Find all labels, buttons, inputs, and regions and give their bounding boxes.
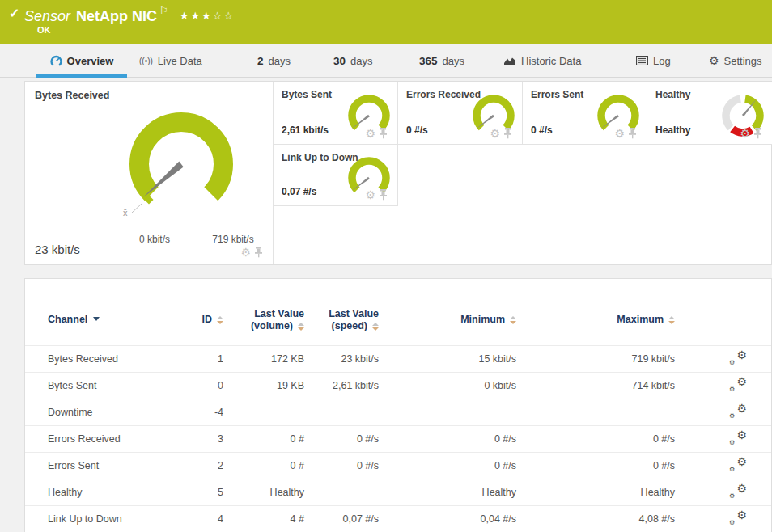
channel-settings-icon[interactable]: ⚙⚙	[729, 484, 747, 498]
log-icon	[636, 56, 648, 65]
sort-icon[interactable]	[510, 316, 516, 324]
channel-settings-icon[interactable]: ⚙⚙	[729, 431, 747, 445]
page-title: NetApp NIC	[76, 8, 157, 24]
pin-icon[interactable]	[254, 247, 263, 258]
pin-icon[interactable]	[628, 128, 637, 139]
table-header-row: Channel ID Last Value (volume) Last Valu…	[25, 279, 772, 345]
priority-stars[interactable]: ★★★☆☆	[180, 10, 235, 22]
gauge-settings-gear-icon[interactable]: ⚙	[614, 128, 625, 139]
channel-name: Bytes Sent	[25, 372, 175, 399]
table-row: Bytes Received 1 172 KB 23 kbit/s 15 kbi…	[25, 345, 772, 372]
minimum-value: Healthy	[379, 479, 516, 505]
maximum-value: 0 #/s	[516, 425, 675, 452]
channel-id: 1	[175, 345, 223, 372]
channel-name: Healthy	[25, 479, 175, 505]
minimum-value: 0 #/s	[379, 425, 516, 452]
pin-icon[interactable]	[379, 128, 388, 139]
channel-settings-icon[interactable]: ⚙⚙	[729, 404, 747, 418]
tab-historic-data[interactable]: Historic Data	[503, 44, 581, 78]
tab-settings[interactable]: ⚙ Settings	[709, 44, 762, 78]
last-value-speed: 0 #/s	[304, 425, 379, 452]
gauge-panel-healthy: Healthy Healthy ⚙	[647, 82, 772, 145]
sort-icon[interactable]	[298, 323, 304, 331]
maximum-value	[516, 399, 675, 425]
col-header-last-value-volume[interactable]: Last Value (volume)	[223, 279, 304, 345]
channel-id: 3	[175, 425, 223, 452]
gauges-panel: Bytes Received x̄ 0 kbit/s 719 kbit/s 23…	[24, 81, 772, 265]
pin-icon[interactable]	[379, 189, 388, 201]
last-value-volume: Healthy	[223, 479, 304, 505]
object-type-label: Sensor	[24, 8, 70, 24]
maximum-value: 0 #/s	[516, 452, 675, 479]
tab-30-days[interactable]: 30 days	[333, 44, 373, 78]
channel-id: -4	[175, 399, 223, 425]
gauge-value: 23 kbit/s	[35, 243, 80, 256]
tab-label: Historic Data	[521, 55, 581, 67]
channel-settings-icon[interactable]: ⚙⚙	[729, 458, 747, 471]
sensor-title-line: SensorNetApp NIC⚐★★★☆☆	[24, 5, 235, 25]
tab-live-data[interactable]: ((•)) Live Data	[139, 44, 202, 78]
maximum-value: 4,08 #/s	[516, 505, 675, 532]
channel-settings-icon[interactable]: ⚙⚙	[729, 511, 747, 525]
sort-desc-icon[interactable]	[93, 317, 100, 321]
last-value-volume: 0 #	[223, 425, 304, 452]
tab-label: days	[269, 55, 291, 67]
channel-name: Downtime	[25, 399, 175, 425]
gauge-settings-gear-icon[interactable]: ⚙	[365, 189, 375, 201]
last-value-volume: 19 KB	[223, 372, 304, 399]
tab-bar: Overview ((•)) Live Data 2 days 30 days …	[0, 44, 772, 78]
channel-name: Errors Sent	[25, 452, 175, 479]
gauge-settings-gear-icon[interactable]: ⚙	[240, 247, 251, 258]
channel-name: Bytes Received	[25, 345, 175, 372]
gauge-value: 0 #/s	[531, 125, 553, 136]
tab-number: 30	[333, 55, 346, 67]
gauge-settings-gear-icon[interactable]: ⚙	[490, 128, 500, 139]
col-header-channel[interactable]: Channel	[25, 279, 175, 345]
maximum-value: 719 kbit/s	[516, 345, 675, 372]
pin-icon[interactable]	[503, 128, 512, 139]
sensor-header: ✓ SensorNetApp NIC⚐★★★☆☆ OK	[0, 0, 772, 44]
live-data-icon: ((•))	[139, 57, 153, 65]
status-badge: OK	[37, 25, 51, 35]
col-header-id[interactable]: ID	[175, 279, 223, 345]
pin-icon[interactable]	[753, 128, 762, 139]
table-row: Errors Sent 2 0 # 0 #/s 0 #/s 0 #/s ⚙⚙	[25, 452, 772, 479]
last-value-volume	[223, 399, 304, 425]
average-marker: x̄	[123, 208, 128, 217]
gauge-value: Healthy	[655, 125, 690, 136]
minimum-value: 15 kbit/s	[379, 345, 516, 372]
channel-id: 0	[175, 372, 223, 399]
col-header-maximum[interactable]: Maximum	[516, 279, 675, 345]
channel-id: 2	[175, 452, 223, 479]
tab-number: 2	[257, 55, 264, 67]
gauge-scale-min: 0 kbit/s	[122, 234, 187, 245]
gauge-settings-gear-icon[interactable]: ⚙	[740, 128, 750, 139]
gauge-panel-errors-sent: Errors Sent 0 #/s ⚙	[523, 82, 647, 145]
sort-icon[interactable]	[217, 316, 223, 324]
gauge-panel-bytes-sent: Bytes Sent 2,61 kbit/s ⚙	[274, 82, 398, 145]
gauge-settings-gear-icon[interactable]: ⚙	[365, 128, 375, 139]
tab-log[interactable]: Log	[636, 44, 671, 78]
last-value-speed	[304, 479, 379, 505]
maximum-value: 714 kbit/s	[516, 372, 675, 399]
table-row: Errors Received 3 0 # 0 #/s 0 #/s 0 #/s …	[25, 425, 772, 452]
channel-id: 5	[175, 479, 223, 505]
col-header-last-value-speed[interactable]: Last Value (speed)	[304, 279, 379, 345]
tab-365-days[interactable]: 365 days	[419, 44, 464, 78]
gauge-title: Errors Sent	[531, 89, 583, 100]
channel-settings-icon[interactable]: ⚙⚙	[729, 378, 747, 391]
channel-name: Errors Received	[25, 425, 175, 452]
tab-label: Log	[653, 55, 671, 67]
col-header-minimum[interactable]: Minimum	[379, 279, 516, 345]
tab-overview[interactable]: Overview	[36, 44, 127, 78]
sort-icon[interactable]	[668, 316, 675, 324]
last-value-volume: 4 #	[223, 505, 304, 532]
channel-settings-icon[interactable]: ⚙⚙	[729, 351, 747, 365]
gauge-panel-errors-received: Errors Received 0 #/s ⚙	[398, 82, 523, 145]
channel-name: Link Up to Down	[25, 505, 175, 532]
sort-icon[interactable]	[372, 323, 379, 331]
table-row: Downtime -4 ⚙⚙	[25, 399, 772, 425]
tab-2-days[interactable]: 2 days	[257, 44, 291, 78]
tab-label: days	[443, 55, 464, 67]
flag-icon[interactable]: ⚐	[159, 5, 168, 16]
